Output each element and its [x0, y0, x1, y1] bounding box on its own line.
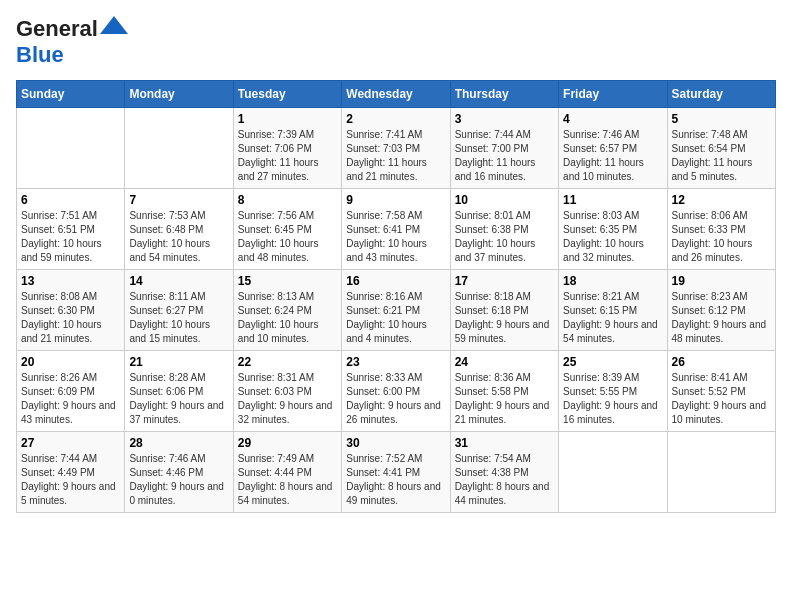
- day-info: Sunrise: 7:44 AMSunset: 4:49 PMDaylight:…: [21, 452, 120, 508]
- logo-blue: Blue: [16, 42, 64, 67]
- svg-marker-0: [100, 16, 128, 34]
- calendar-cell: 22Sunrise: 8:31 AMSunset: 6:03 PMDayligh…: [233, 351, 341, 432]
- week-row-2: 6Sunrise: 7:51 AMSunset: 6:51 PMDaylight…: [17, 189, 776, 270]
- day-number: 11: [563, 193, 662, 207]
- calendar-cell: 19Sunrise: 8:23 AMSunset: 6:12 PMDayligh…: [667, 270, 775, 351]
- calendar-cell: 29Sunrise: 7:49 AMSunset: 4:44 PMDayligh…: [233, 432, 341, 513]
- calendar-table: SundayMondayTuesdayWednesdayThursdayFrid…: [16, 80, 776, 513]
- calendar-cell: 1Sunrise: 7:39 AMSunset: 7:06 PMDaylight…: [233, 108, 341, 189]
- day-info: Sunrise: 7:41 AMSunset: 7:03 PMDaylight:…: [346, 128, 445, 184]
- calendar-cell: 28Sunrise: 7:46 AMSunset: 4:46 PMDayligh…: [125, 432, 233, 513]
- week-row-3: 13Sunrise: 8:08 AMSunset: 6:30 PMDayligh…: [17, 270, 776, 351]
- calendar-cell: 5Sunrise: 7:48 AMSunset: 6:54 PMDaylight…: [667, 108, 775, 189]
- day-info: Sunrise: 8:03 AMSunset: 6:35 PMDaylight:…: [563, 209, 662, 265]
- day-info: Sunrise: 8:41 AMSunset: 5:52 PMDaylight:…: [672, 371, 771, 427]
- day-info: Sunrise: 8:36 AMSunset: 5:58 PMDaylight:…: [455, 371, 554, 427]
- calendar-cell: 21Sunrise: 8:28 AMSunset: 6:06 PMDayligh…: [125, 351, 233, 432]
- day-number: 3: [455, 112, 554, 126]
- calendar-cell: 2Sunrise: 7:41 AMSunset: 7:03 PMDaylight…: [342, 108, 450, 189]
- header-row: SundayMondayTuesdayWednesdayThursdayFrid…: [17, 81, 776, 108]
- day-number: 21: [129, 355, 228, 369]
- day-info: Sunrise: 8:06 AMSunset: 6:33 PMDaylight:…: [672, 209, 771, 265]
- day-number: 4: [563, 112, 662, 126]
- day-info: Sunrise: 8:13 AMSunset: 6:24 PMDaylight:…: [238, 290, 337, 346]
- day-number: 20: [21, 355, 120, 369]
- day-info: Sunrise: 7:53 AMSunset: 6:48 PMDaylight:…: [129, 209, 228, 265]
- calendar-cell: 11Sunrise: 8:03 AMSunset: 6:35 PMDayligh…: [559, 189, 667, 270]
- day-number: 14: [129, 274, 228, 288]
- calendar-cell: 24Sunrise: 8:36 AMSunset: 5:58 PMDayligh…: [450, 351, 558, 432]
- day-info: Sunrise: 7:44 AMSunset: 7:00 PMDaylight:…: [455, 128, 554, 184]
- day-number: 22: [238, 355, 337, 369]
- day-number: 30: [346, 436, 445, 450]
- day-number: 17: [455, 274, 554, 288]
- day-number: 31: [455, 436, 554, 450]
- calendar-cell: 10Sunrise: 8:01 AMSunset: 6:38 PMDayligh…: [450, 189, 558, 270]
- day-number: 18: [563, 274, 662, 288]
- day-info: Sunrise: 7:49 AMSunset: 4:44 PMDaylight:…: [238, 452, 337, 508]
- calendar-cell: [667, 432, 775, 513]
- day-header-tuesday: Tuesday: [233, 81, 341, 108]
- day-info: Sunrise: 8:01 AMSunset: 6:38 PMDaylight:…: [455, 209, 554, 265]
- day-number: 15: [238, 274, 337, 288]
- day-header-saturday: Saturday: [667, 81, 775, 108]
- day-info: Sunrise: 8:18 AMSunset: 6:18 PMDaylight:…: [455, 290, 554, 346]
- day-info: Sunrise: 8:26 AMSunset: 6:09 PMDaylight:…: [21, 371, 120, 427]
- day-number: 2: [346, 112, 445, 126]
- calendar-cell: 8Sunrise: 7:56 AMSunset: 6:45 PMDaylight…: [233, 189, 341, 270]
- calendar-cell: 3Sunrise: 7:44 AMSunset: 7:00 PMDaylight…: [450, 108, 558, 189]
- day-info: Sunrise: 8:28 AMSunset: 6:06 PMDaylight:…: [129, 371, 228, 427]
- calendar-cell: 9Sunrise: 7:58 AMSunset: 6:41 PMDaylight…: [342, 189, 450, 270]
- day-info: Sunrise: 8:23 AMSunset: 6:12 PMDaylight:…: [672, 290, 771, 346]
- day-number: 19: [672, 274, 771, 288]
- day-info: Sunrise: 7:48 AMSunset: 6:54 PMDaylight:…: [672, 128, 771, 184]
- calendar-cell: 17Sunrise: 8:18 AMSunset: 6:18 PMDayligh…: [450, 270, 558, 351]
- day-number: 12: [672, 193, 771, 207]
- day-info: Sunrise: 7:46 AMSunset: 6:57 PMDaylight:…: [563, 128, 662, 184]
- day-number: 13: [21, 274, 120, 288]
- day-number: 26: [672, 355, 771, 369]
- day-number: 27: [21, 436, 120, 450]
- calendar-cell: [559, 432, 667, 513]
- calendar-cell: 12Sunrise: 8:06 AMSunset: 6:33 PMDayligh…: [667, 189, 775, 270]
- calendar-cell: 4Sunrise: 7:46 AMSunset: 6:57 PMDaylight…: [559, 108, 667, 189]
- day-info: Sunrise: 7:56 AMSunset: 6:45 PMDaylight:…: [238, 209, 337, 265]
- day-number: 5: [672, 112, 771, 126]
- day-info: Sunrise: 8:16 AMSunset: 6:21 PMDaylight:…: [346, 290, 445, 346]
- day-number: 24: [455, 355, 554, 369]
- calendar-cell: [17, 108, 125, 189]
- day-info: Sunrise: 7:51 AMSunset: 6:51 PMDaylight:…: [21, 209, 120, 265]
- day-number: 6: [21, 193, 120, 207]
- calendar-cell: 15Sunrise: 8:13 AMSunset: 6:24 PMDayligh…: [233, 270, 341, 351]
- day-number: 25: [563, 355, 662, 369]
- day-number: 23: [346, 355, 445, 369]
- day-header-wednesday: Wednesday: [342, 81, 450, 108]
- calendar-cell: 31Sunrise: 7:54 AMSunset: 4:38 PMDayligh…: [450, 432, 558, 513]
- day-info: Sunrise: 7:46 AMSunset: 4:46 PMDaylight:…: [129, 452, 228, 508]
- calendar-cell: 7Sunrise: 7:53 AMSunset: 6:48 PMDaylight…: [125, 189, 233, 270]
- day-header-thursday: Thursday: [450, 81, 558, 108]
- calendar-cell: 6Sunrise: 7:51 AMSunset: 6:51 PMDaylight…: [17, 189, 125, 270]
- calendar-cell: 13Sunrise: 8:08 AMSunset: 6:30 PMDayligh…: [17, 270, 125, 351]
- calendar-cell: 18Sunrise: 8:21 AMSunset: 6:15 PMDayligh…: [559, 270, 667, 351]
- calendar-cell: 23Sunrise: 8:33 AMSunset: 6:00 PMDayligh…: [342, 351, 450, 432]
- day-number: 10: [455, 193, 554, 207]
- day-header-sunday: Sunday: [17, 81, 125, 108]
- day-info: Sunrise: 7:39 AMSunset: 7:06 PMDaylight:…: [238, 128, 337, 184]
- day-info: Sunrise: 8:21 AMSunset: 6:15 PMDaylight:…: [563, 290, 662, 346]
- calendar-cell: [125, 108, 233, 189]
- day-header-monday: Monday: [125, 81, 233, 108]
- day-info: Sunrise: 8:31 AMSunset: 6:03 PMDaylight:…: [238, 371, 337, 427]
- day-number: 29: [238, 436, 337, 450]
- week-row-5: 27Sunrise: 7:44 AMSunset: 4:49 PMDayligh…: [17, 432, 776, 513]
- day-number: 7: [129, 193, 228, 207]
- logo: General Blue: [16, 16, 128, 68]
- day-info: Sunrise: 8:08 AMSunset: 6:30 PMDaylight:…: [21, 290, 120, 346]
- day-info: Sunrise: 7:54 AMSunset: 4:38 PMDaylight:…: [455, 452, 554, 508]
- calendar-cell: 16Sunrise: 8:16 AMSunset: 6:21 PMDayligh…: [342, 270, 450, 351]
- calendar-cell: 20Sunrise: 8:26 AMSunset: 6:09 PMDayligh…: [17, 351, 125, 432]
- page-header: General Blue: [16, 16, 776, 68]
- day-info: Sunrise: 8:11 AMSunset: 6:27 PMDaylight:…: [129, 290, 228, 346]
- day-number: 8: [238, 193, 337, 207]
- day-info: Sunrise: 7:58 AMSunset: 6:41 PMDaylight:…: [346, 209, 445, 265]
